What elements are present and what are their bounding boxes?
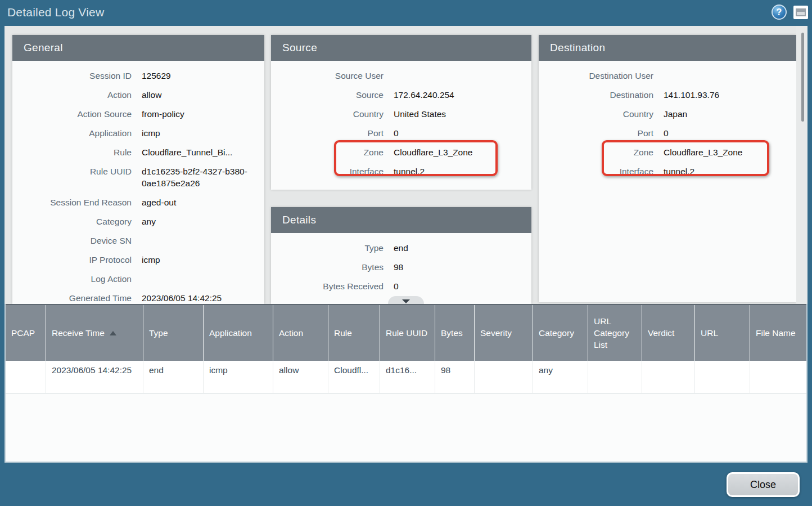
- field-row-log-action: Log Action: [12, 273, 255, 285]
- titlebar-actions: ?: [772, 5, 808, 20]
- column-header-label: PCAP: [11, 327, 35, 339]
- field-label: Rule: [12, 146, 132, 158]
- column-header-receive-time[interactable]: Receive Time: [46, 305, 143, 361]
- column-header-label: Application: [209, 327, 252, 339]
- help-icon[interactable]: ?: [772, 5, 787, 20]
- table-row[interactable]: 2023/06/05 14:42:25endicmpallowCloudfl..…: [6, 361, 806, 393]
- log-detail-area: General Session ID125629ActionallowActio…: [4, 26, 808, 304]
- sort-ascending-icon: [110, 331, 116, 335]
- field-value: 125629: [142, 70, 255, 82]
- log-table-body: 2023/06/05 14:42:25endicmpallowCloudfl..…: [6, 361, 806, 393]
- column-header-pcap[interactable]: PCAP: [6, 305, 46, 361]
- field-label: Source: [271, 89, 384, 101]
- field-row-rule-uuid: Rule UUIDd1c16235-b2f2-4327-b380-0ae1875…: [12, 165, 255, 189]
- panel-collapse-handle[interactable]: [388, 296, 424, 305]
- field-row-interface: Interfacetunnel.2: [271, 165, 522, 177]
- table-cell-application: icmp: [204, 361, 273, 393]
- field-value: United States: [394, 108, 522, 120]
- field-row-destination: Destination141.101.93.76: [539, 89, 787, 101]
- restore-window-icon[interactable]: [793, 6, 808, 19]
- field-row-session-id: Session ID125629: [12, 70, 255, 82]
- vertical-scrollbar[interactable]: [796, 26, 808, 304]
- column-header-label: Rule UUID: [386, 327, 427, 339]
- field-label: Port: [271, 127, 384, 139]
- field-label: Device SN: [12, 235, 132, 247]
- field-label: Country: [539, 108, 653, 120]
- column-header-application[interactable]: Application: [204, 305, 273, 361]
- field-label: Action Source: [12, 108, 132, 120]
- column-header-rule[interactable]: Rule: [328, 305, 380, 361]
- field-value: Cloudflare_L3_Zone: [394, 146, 522, 158]
- column-header-bytes[interactable]: Bytes: [435, 305, 475, 361]
- column-header-severity[interactable]: Severity: [475, 305, 533, 361]
- field-label: Destination User: [539, 70, 653, 82]
- field-label: Bytes: [271, 261, 384, 273]
- field-label: Type: [271, 242, 384, 254]
- table-cell-receive-time: 2023/06/05 14:42:25: [46, 361, 143, 393]
- field-label: Category: [12, 216, 132, 227]
- field-row-type: Typeend: [271, 242, 522, 254]
- field-value: Japan: [664, 108, 787, 120]
- field-value: 98: [394, 261, 522, 273]
- general-panel-header: General: [12, 35, 264, 61]
- scrollbar-thumb[interactable]: [801, 33, 804, 122]
- field-label: Interface: [271, 165, 384, 177]
- details-panel: Details TypeendBytes98Bytes Received0: [271, 207, 531, 304]
- column-header-rule-uuid[interactable]: Rule UUID: [380, 305, 435, 361]
- field-value: 0: [394, 280, 522, 292]
- column-header-url[interactable]: URL: [695, 305, 750, 361]
- field-value: [394, 70, 522, 82]
- table-cell-rule: Cloudfl...: [328, 361, 380, 393]
- titlebar: Detailed Log View ?: [0, 0, 812, 26]
- help-icon-glyph: ?: [777, 7, 782, 17]
- destination-panel-header: Destination: [539, 35, 796, 61]
- field-value: allow: [142, 89, 255, 101]
- field-row-application: Applicationicmp: [12, 127, 255, 139]
- column-header-file-name[interactable]: File Name: [750, 305, 808, 361]
- destination-panel-body: Destination UserDestination141.101.93.76…: [539, 61, 796, 302]
- field-value: [664, 70, 787, 82]
- column-header-label: Action: [279, 327, 303, 339]
- field-value: 172.64.240.254: [394, 89, 522, 101]
- highlighted-fields-group: ZoneCloudflare_L3_ZoneInterfacetunnel.2: [271, 146, 522, 177]
- close-button[interactable]: Close: [727, 472, 800, 497]
- field-row-action: Actionallow: [12, 89, 255, 101]
- column-header-verdict[interactable]: Verdict: [642, 305, 695, 361]
- field-label: Generated Time: [12, 292, 132, 304]
- source-panel-body: Source UserSource172.64.240.254CountryUn…: [271, 61, 531, 190]
- field-label: Rule UUID: [12, 165, 132, 189]
- field-row-destination-user: Destination User: [539, 70, 787, 82]
- table-cell-verdict: [642, 361, 695, 393]
- source-panel: Source Source UserSource172.64.240.254Co…: [271, 35, 531, 190]
- field-value: from-policy: [142, 108, 255, 120]
- column-header-type[interactable]: Type: [143, 305, 204, 361]
- chevron-down-icon: [402, 299, 410, 303]
- column-header-category[interactable]: Category: [533, 305, 588, 361]
- field-row-generated-time: Generated Time2023/06/05 14:42:25: [12, 292, 255, 304]
- field-value: tunnel.2: [664, 165, 787, 177]
- column-header-label: Bytes: [441, 327, 463, 339]
- field-label: Port: [539, 127, 653, 139]
- column-header-url-category-list[interactable]: URL Category List: [588, 305, 642, 361]
- general-panel: General Session ID125629ActionallowActio…: [12, 35, 264, 304]
- field-row-port: Port0: [539, 127, 787, 139]
- column-header-action[interactable]: Action: [273, 305, 328, 361]
- table-cell-pcap: [6, 361, 46, 393]
- field-value: 0: [394, 127, 522, 139]
- field-label: Zone: [271, 146, 384, 158]
- field-row-interface: Interfacetunnel.2: [539, 165, 787, 177]
- field-value: Cloudflare_L3_Zone: [664, 146, 787, 158]
- table-cell-category: any: [533, 361, 588, 393]
- field-row-device-sn: Device SN: [12, 235, 255, 247]
- table-cell-action: allow: [273, 361, 328, 393]
- table-cell-file-name: [750, 361, 808, 393]
- field-row-source: Source172.64.240.254: [271, 89, 522, 101]
- field-row-session-end-reason: Session End Reasonaged-out: [12, 196, 255, 208]
- field-row-country: CountryJapan: [539, 108, 787, 120]
- field-value: aged-out: [142, 196, 255, 208]
- field-label: Country: [271, 108, 384, 120]
- field-label: Source User: [271, 70, 384, 82]
- field-value: Cloudflare_Tunnel_Bi...: [142, 146, 255, 158]
- field-label: Destination: [539, 89, 653, 101]
- field-row-ip-protocol: IP Protocolicmp: [12, 254, 255, 266]
